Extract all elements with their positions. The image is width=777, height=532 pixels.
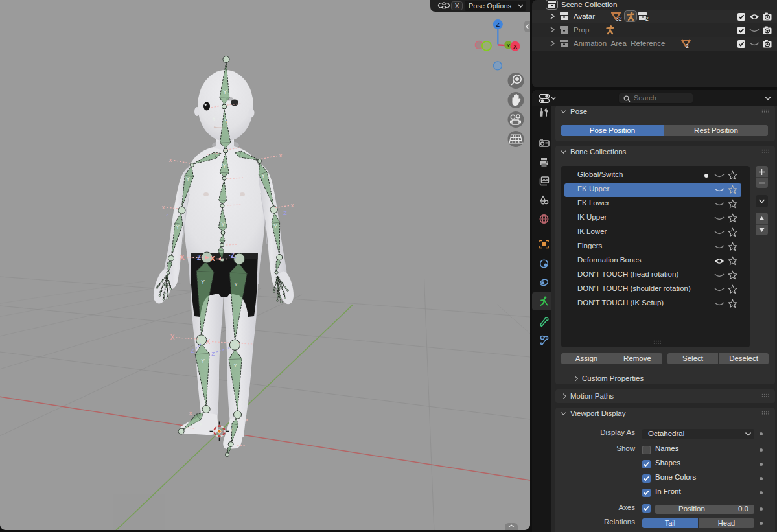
- svg-text:Y: Y: [221, 221, 225, 227]
- svg-text:X: X: [513, 43, 517, 50]
- svg-text:X: X: [206, 338, 211, 345]
- svg-text:Y: Y: [201, 358, 205, 364]
- svg-text:y: y: [200, 421, 202, 426]
- svg-text:x: x: [189, 410, 192, 416]
- svg-text:Z: Z: [191, 347, 194, 354]
- svg-text:Y: Y: [273, 223, 277, 229]
- svg-text:x: x: [291, 202, 294, 209]
- svg-text:Y: Y: [224, 118, 228, 124]
- svg-text:Y: Y: [222, 163, 226, 169]
- svg-text:Y: Y: [233, 362, 237, 369]
- svg-text:z: z: [166, 212, 168, 218]
- svg-text:x: x: [169, 157, 172, 163]
- svg-text:Z: Z: [211, 351, 215, 357]
- svg-text:Y: Y: [234, 281, 238, 288]
- svg-text:Y: Y: [212, 115, 216, 122]
- svg-text:X: X: [170, 334, 175, 341]
- svg-text:X: X: [210, 255, 215, 262]
- svg-text:Z: Z: [231, 252, 235, 259]
- svg-text:Pose Options: Pose Options: [469, 2, 512, 10]
- svg-text:x: x: [162, 204, 165, 211]
- svg-text:Z: Z: [283, 210, 287, 216]
- svg-text:Y: Y: [223, 89, 227, 95]
- svg-text:Y: Y: [507, 43, 511, 49]
- svg-text:Z: Z: [496, 21, 500, 28]
- svg-text:Y: Y: [186, 176, 190, 182]
- svg-text:Y: Y: [261, 172, 265, 179]
- svg-text:x: x: [279, 152, 283, 159]
- svg-text:X: X: [455, 3, 459, 10]
- svg-text:y: y: [230, 426, 233, 432]
- svg-text:X: X: [180, 253, 185, 261]
- svg-text:x: x: [246, 417, 248, 422]
- svg-text:Z: Z: [197, 254, 201, 261]
- svg-text:Y: Y: [176, 224, 180, 230]
- svg-text:Y: Y: [201, 279, 205, 285]
